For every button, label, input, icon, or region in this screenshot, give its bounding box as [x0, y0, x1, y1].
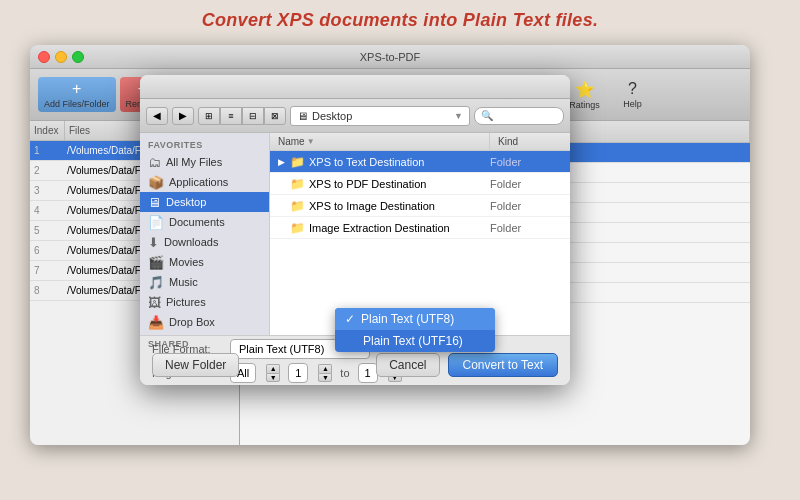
- file-index: 1: [30, 145, 65, 156]
- sidebar-item-all-my-files[interactable]: 🗂All My Files: [140, 152, 269, 172]
- sidebar-item-applications[interactable]: 📦Applications: [140, 172, 269, 192]
- file-index: 4: [30, 205, 65, 216]
- format-option-utf8[interactable]: ✓ Plain Text (UTF8): [335, 308, 495, 330]
- folder-icon: ⬇: [148, 235, 159, 250]
- file-index: 3: [30, 185, 65, 196]
- close-button[interactable]: [38, 51, 50, 63]
- folder-icon: 📁: [290, 199, 305, 213]
- back-button[interactable]: ◀: [146, 107, 168, 125]
- filelist-header: Name ▼ Kind: [270, 133, 570, 151]
- list-view-button[interactable]: ≡: [220, 107, 242, 125]
- add-files-button[interactable]: + Add Files/Folder: [38, 77, 116, 112]
- file-index: 6: [30, 245, 65, 256]
- file-picker-titlebar: [140, 75, 570, 99]
- folder-icon: 📦: [148, 175, 164, 190]
- column-view-button[interactable]: ⊟: [242, 107, 264, 125]
- kind-column-header: Kind: [490, 136, 570, 147]
- fp-file-kind: Folder: [490, 222, 570, 234]
- fp-file-name: 📁 XPS to PDF Destination: [290, 177, 490, 191]
- fp-file-kind: Folder: [490, 200, 570, 212]
- minimize-button[interactable]: [55, 51, 67, 63]
- dialog-buttons: New Folder Cancel Convert to Text: [140, 353, 570, 377]
- sidebar-item-label: Drop Box: [169, 316, 215, 328]
- sidebar-item-pictures[interactable]: 🖼Pictures: [140, 292, 269, 312]
- sidebar-item-label: Music: [169, 276, 198, 288]
- index-column-header: Index: [30, 121, 65, 140]
- sidebar-item-drop-box[interactable]: 📥Drop Box: [140, 312, 269, 332]
- sidebar-items: 🗂All My Files📦Applications🖥Desktop📄Docum…: [140, 152, 269, 332]
- fp-file-name: 📁 Image Extraction Destination: [290, 221, 490, 235]
- fp-file-row[interactable]: ▶ 📁 XPS to Text Destination Folder: [270, 151, 570, 173]
- maximize-button[interactable]: [72, 51, 84, 63]
- folder-icon: 📄: [148, 215, 164, 230]
- fp-file-kind: Folder: [490, 156, 570, 168]
- fp-file-row[interactable]: 📁 XPS to PDF Destination Folder: [270, 173, 570, 195]
- file-picker-body: FAVORITES 🗂All My Files📦Applications🖥Des…: [140, 133, 570, 335]
- icon-view-button[interactable]: ⊞: [198, 107, 220, 125]
- format-dropdown: ✓ Plain Text (UTF8) Plain Text (UTF16): [335, 308, 495, 352]
- folder-icon: 📁: [290, 177, 305, 191]
- sidebar-item-label: Pictures: [166, 296, 206, 308]
- cover-flow-button[interactable]: ⊠: [264, 107, 286, 125]
- folder-icon: 🗂: [148, 155, 161, 170]
- help-button[interactable]: ? Help: [611, 77, 655, 112]
- sidebar-item-label: All My Files: [166, 156, 222, 168]
- favorites-section-label: FAVORITES: [140, 137, 269, 152]
- folder-icon: 🎬: [148, 255, 164, 270]
- folder-icon: 📥: [148, 315, 164, 330]
- sidebar-item-music[interactable]: 🎵Music: [140, 272, 269, 292]
- file-index: 7: [30, 265, 65, 276]
- folder-icon: 🎵: [148, 275, 164, 290]
- folder-icon: 📁: [290, 155, 305, 169]
- search-input[interactable]: 🔍: [474, 107, 564, 125]
- file-picker-filelist: Name ▼ Kind ▶ 📁 XPS to Text Destination …: [270, 133, 570, 335]
- name-column-header: Name ▼: [270, 133, 490, 150]
- folder-icon: 🖼: [148, 295, 161, 310]
- file-index: 8: [30, 285, 65, 296]
- fp-file-name: 📁 XPS to Image Destination: [290, 199, 490, 213]
- cancel-button[interactable]: Cancel: [376, 353, 439, 377]
- sidebar-item-label: Desktop: [166, 196, 206, 208]
- checkmark-icon: ✓: [345, 312, 355, 326]
- sidebar-item-desktop[interactable]: 🖥Desktop: [140, 192, 269, 212]
- forward-button[interactable]: ▶: [172, 107, 194, 125]
- sidebar-item-label: Movies: [169, 256, 204, 268]
- location-bar[interactable]: 🖥 Desktop ▼: [290, 106, 470, 126]
- folder-icon: 🖥: [148, 195, 161, 210]
- new-folder-button[interactable]: New Folder: [152, 353, 239, 377]
- page-title: Convert XPS documents into Plain Text fi…: [0, 0, 800, 39]
- file-picker-sidebar: FAVORITES 🗂All My Files📦Applications🖥Des…: [140, 133, 270, 335]
- fp-file-name: 📁 XPS to Text Destination: [290, 155, 490, 169]
- fp-file-row[interactable]: 📁 Image Extraction Destination Folder: [270, 217, 570, 239]
- format-option-utf16[interactable]: Plain Text (UTF16): [335, 330, 495, 352]
- sidebar-item-documents[interactable]: 📄Documents: [140, 212, 269, 232]
- sidebar-item-movies[interactable]: 🎬Movies: [140, 252, 269, 272]
- title-bar: XPS-to-PDF: [30, 45, 750, 69]
- file-index: 5: [30, 225, 65, 236]
- convert-to-text-dialog-button[interactable]: Convert to Text: [448, 353, 558, 377]
- view-buttons: ⊞ ≡ ⊟ ⊠: [198, 107, 286, 125]
- sidebar-item-label: Applications: [169, 176, 228, 188]
- fp-file-list: ▶ 📁 XPS to Text Destination Folder 📁 XPS…: [270, 151, 570, 239]
- sidebar-item-downloads[interactable]: ⬇Downloads: [140, 232, 269, 252]
- sidebar-item-label: Documents: [169, 216, 225, 228]
- traffic-lights: [38, 51, 84, 63]
- sidebar-item-label: Downloads: [164, 236, 218, 248]
- disclosure-arrow: ▶: [278, 157, 290, 167]
- file-picker-toolbar: ◀ ▶ ⊞ ≡ ⊟ ⊠ 🖥 Desktop ▼ 🔍: [140, 99, 570, 133]
- folder-icon: 📁: [290, 221, 305, 235]
- fp-file-row[interactable]: 📁 XPS to Image Destination Folder: [270, 195, 570, 217]
- window-title: XPS-to-PDF: [360, 51, 421, 63]
- fp-file-kind: Folder: [490, 178, 570, 190]
- file-index: 2: [30, 165, 65, 176]
